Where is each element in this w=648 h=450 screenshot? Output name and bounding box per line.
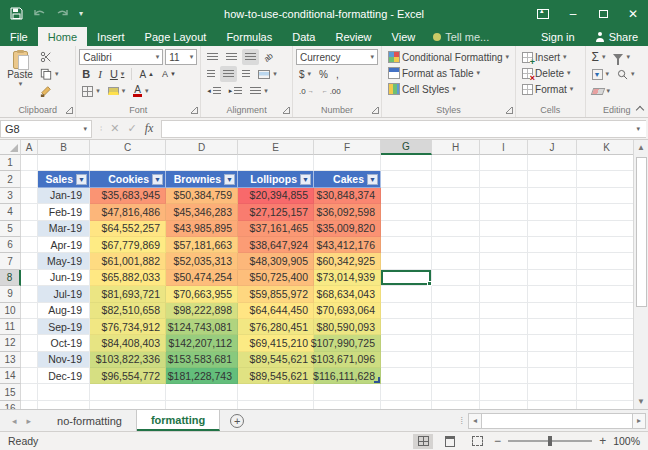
cell-J4[interactable] bbox=[528, 204, 577, 220]
cell-D12[interactable]: $142,207,112 bbox=[166, 335, 238, 351]
insert-cells-button[interactable]: Insert▾ bbox=[519, 49, 581, 65]
cell-G7[interactable] bbox=[381, 253, 432, 269]
confirm-entry-icon[interactable]: ✓ bbox=[127, 122, 136, 135]
cell-G1[interactable] bbox=[381, 155, 432, 171]
underline-button[interactable]: U▾ bbox=[107, 66, 127, 82]
cell-J5[interactable] bbox=[528, 221, 577, 237]
borders-button[interactable]: ▾ bbox=[79, 83, 103, 99]
prev-sheet-icon[interactable]: ◂ bbox=[12, 416, 17, 426]
table-resize-handle[interactable] bbox=[374, 377, 380, 383]
cell-D7[interactable]: $52,035,313 bbox=[166, 253, 238, 269]
cell-G6[interactable] bbox=[381, 237, 432, 253]
cell-C12[interactable]: $84,408,403 bbox=[90, 335, 166, 351]
fill-color-button[interactable]: ▾ bbox=[105, 83, 129, 99]
cell-J15[interactable] bbox=[528, 384, 577, 400]
zoom-out-button[interactable]: − bbox=[494, 434, 501, 448]
format-cells-button[interactable]: Format▾ bbox=[519, 81, 581, 97]
cell-C3[interactable]: $35,683,945 bbox=[90, 188, 166, 204]
cell-A2[interactable] bbox=[21, 171, 38, 187]
cell-D6[interactable]: $57,181,663 bbox=[166, 237, 238, 253]
row-header-3[interactable]: 3 bbox=[0, 188, 21, 204]
cell-F11[interactable]: $80,590,093 bbox=[314, 319, 381, 335]
cell-E13[interactable]: $89,545,621 bbox=[238, 352, 314, 368]
cell-D16[interactable] bbox=[166, 401, 238, 409]
cell-I5[interactable] bbox=[480, 221, 528, 237]
page-layout-view-button[interactable] bbox=[440, 434, 460, 449]
cell-H3[interactable] bbox=[432, 188, 480, 204]
sheet-tab-no-formatting[interactable]: no-formatting bbox=[43, 410, 137, 431]
cell-B2[interactable]: Sales▼ bbox=[38, 171, 90, 187]
tab-file[interactable]: File bbox=[0, 27, 38, 46]
cell-C10[interactable]: $82,510,658 bbox=[90, 303, 166, 319]
cell-A13[interactable] bbox=[21, 352, 38, 368]
cell-K12[interactable] bbox=[577, 335, 633, 351]
cell-K14[interactable] bbox=[577, 368, 633, 384]
row-header-16[interactable]: 16 bbox=[0, 401, 21, 409]
cell-A9[interactable] bbox=[21, 286, 38, 302]
cell-C2[interactable]: Cookies▼ bbox=[90, 171, 166, 187]
cell-K6[interactable] bbox=[577, 237, 633, 253]
cell-D5[interactable]: $43,985,895 bbox=[166, 221, 238, 237]
row-header-9[interactable]: 9 bbox=[0, 286, 21, 302]
formula-input[interactable]: ▾ bbox=[161, 120, 646, 138]
maximize-button[interactable] bbox=[588, 0, 618, 27]
cell-H1[interactable] bbox=[432, 155, 480, 171]
styles-dialog-launcher-icon[interactable] bbox=[506, 107, 513, 114]
select-all-button[interactable] bbox=[0, 140, 21, 155]
column-header-C[interactable]: C bbox=[90, 140, 166, 155]
cell-D3[interactable]: $50,384,759 bbox=[166, 188, 238, 204]
cell-E2[interactable]: Lollipops▼ bbox=[238, 171, 314, 187]
cell-H15[interactable] bbox=[432, 384, 480, 400]
name-box[interactable]: G8▾ bbox=[0, 120, 92, 138]
cell-E9[interactable]: $59,855,972 bbox=[238, 286, 314, 302]
cell-J2[interactable] bbox=[528, 171, 577, 187]
cell-J11[interactable] bbox=[528, 319, 577, 335]
alignment-dialog-launcher-icon[interactable] bbox=[283, 107, 290, 114]
cell-A16[interactable] bbox=[21, 401, 38, 409]
copy-button[interactable]: ▾ bbox=[37, 66, 62, 82]
percent-style-button[interactable]: % bbox=[316, 66, 331, 82]
cell-K15[interactable] bbox=[577, 384, 633, 400]
cell-F7[interactable]: $60,342,925 bbox=[314, 253, 381, 269]
cell-F16[interactable] bbox=[314, 401, 381, 409]
cell-B6[interactable]: Apr-19 bbox=[38, 237, 90, 253]
row-header-8[interactable]: 8 bbox=[0, 270, 21, 286]
cell-K1[interactable] bbox=[577, 155, 633, 171]
cell-E14[interactable]: $89,545,621 bbox=[238, 368, 314, 384]
clear-button[interactable]: ▾ bbox=[589, 83, 614, 99]
cell-J3[interactable] bbox=[528, 188, 577, 204]
cell-H2[interactable] bbox=[432, 171, 480, 187]
cell-B9[interactable]: Jul-19 bbox=[38, 286, 90, 302]
paste-button[interactable]: Paste ▾ bbox=[3, 49, 37, 99]
cell-C16[interactable] bbox=[90, 401, 166, 409]
clipboard-dialog-launcher-icon[interactable] bbox=[66, 107, 73, 114]
cell-E5[interactable]: $37,161,465 bbox=[238, 221, 314, 237]
cell-E4[interactable]: $27,125,157 bbox=[238, 204, 314, 220]
cell-J16[interactable] bbox=[528, 401, 577, 409]
cell-B15[interactable] bbox=[38, 384, 90, 400]
cell-I2[interactable] bbox=[480, 171, 528, 187]
cell-K2[interactable] bbox=[577, 171, 633, 187]
cell-A11[interactable] bbox=[21, 319, 38, 335]
bold-button[interactable]: B bbox=[79, 66, 93, 82]
cell-J10[interactable] bbox=[528, 303, 577, 319]
cell-G16[interactable] bbox=[381, 401, 432, 409]
cell-B13[interactable]: Nov-19 bbox=[38, 352, 90, 368]
column-header-A[interactable]: A bbox=[21, 140, 38, 155]
cell-C11[interactable]: $76,734,912 bbox=[90, 319, 166, 335]
cell-J7[interactable] bbox=[528, 253, 577, 269]
redo-icon[interactable] bbox=[56, 8, 69, 19]
cell-C8[interactable]: $65,882,033 bbox=[90, 270, 166, 286]
cell-B16[interactable] bbox=[38, 401, 90, 409]
filter-dropdown-icon[interactable]: ▼ bbox=[300, 174, 311, 185]
cell-H8[interactable] bbox=[432, 270, 480, 286]
vertical-scrollbar[interactable]: ▲ ▼ bbox=[633, 140, 648, 409]
row-header-7[interactable]: 7 bbox=[0, 253, 21, 269]
cell-D2[interactable]: Brownies▼ bbox=[166, 171, 238, 187]
cell-D10[interactable]: $98,222,898 bbox=[166, 303, 238, 319]
decrease-font-button[interactable]: A▼ bbox=[159, 66, 179, 82]
cell-D1[interactable] bbox=[166, 155, 238, 171]
accounting-format-button[interactable]: $▾ bbox=[296, 66, 314, 82]
cell-I12[interactable] bbox=[480, 335, 528, 351]
cell-I16[interactable] bbox=[480, 401, 528, 409]
